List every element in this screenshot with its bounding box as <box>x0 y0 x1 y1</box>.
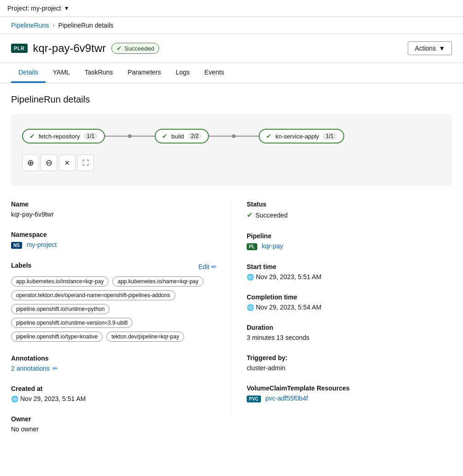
globe-icon: 🌐 <box>11 396 18 402</box>
duration-value: 3 minutes 13 seconds <box>247 334 452 341</box>
ns-badge: NS <box>11 242 22 249</box>
pipeline-link[interactable]: kqr-pay <box>262 242 284 250</box>
labels-edit-link[interactable]: Edit ✏ <box>198 263 217 270</box>
reset-zoom-button[interactable]: ✕ <box>59 155 75 171</box>
reset-zoom-icon: ✕ <box>64 159 70 166</box>
breadcrumb-parent-link[interactable]: PipelineRuns <box>11 22 49 29</box>
breadcrumb-separator: › <box>53 22 55 29</box>
label-chip: tekton.dev/pipeline=kqr-pay <box>106 332 184 342</box>
created-at-section: Created at 🌐 Nov 29, 2023, 5:51 AM <box>11 385 217 402</box>
actions-label: Actions <box>415 45 436 52</box>
page-header: PLR kqr-pay-6v9twr ✔ Succeeded Actions ▼ <box>0 34 463 63</box>
tab-events[interactable]: Events <box>197 63 232 83</box>
duration-section: Duration 3 minutes 13 seconds <box>247 324 452 341</box>
pipeline-nodes: ✔ fetch-repository 1/1 ✔ build 2/2 <box>22 129 441 143</box>
created-at-value: 🌐 Nov 29, 2023, 5:51 AM <box>11 395 217 402</box>
node-count: 1/1 <box>323 132 337 140</box>
project-name: my-project <box>31 5 61 12</box>
owner-value: No owner <box>11 425 217 433</box>
label-chip: pipeline.openshift.io/runtime-version=3.… <box>11 318 133 328</box>
volume-claim-label: VolumeClaimTemplate Resources <box>247 384 452 392</box>
details-right: Status ✔ Succeeded Pipeline PL kqr-pay S… <box>232 201 452 415</box>
pvc-badge: PVC <box>247 396 261 402</box>
volume-claim-value: PVC pvc-adf55f0b4f <box>247 395 452 402</box>
section-title: PipelineRun details <box>11 94 452 105</box>
annotations-link-text: 2 annotations <box>11 365 50 372</box>
completion-time-label: Completion time <box>247 293 452 301</box>
tab-details[interactable]: Details <box>11 63 46 83</box>
pl-badge: PL <box>247 243 257 250</box>
annotations-value: 2 annotations ✏ <box>11 365 217 372</box>
main-content: PipelineRun details ✔ fetch-repository 1… <box>0 83 463 457</box>
details-left: Name kqr-pay-6v9twr Namespace NS my-proj… <box>11 201 232 446</box>
start-time-label: Start time <box>247 263 452 270</box>
tabs-nav: Details YAML TaskRuns Parameters Logs Ev… <box>0 63 463 83</box>
tab-logs[interactable]: Logs <box>168 63 197 83</box>
node-count: 1/1 <box>84 132 98 140</box>
namespace-link[interactable]: my-project <box>27 241 57 248</box>
name-value: kqr-pay-6v9twr <box>11 211 217 218</box>
labels-label: Labels <box>11 262 31 269</box>
label-chip: app.kubernetes.io/name=kqr-pay <box>112 276 203 287</box>
created-at-label: Created at <box>11 385 217 392</box>
node-name: kn-service-apply <box>275 133 319 140</box>
annotations-link[interactable]: 2 annotations ✏ <box>11 365 217 372</box>
globe-icon: 🌐 <box>247 304 254 311</box>
details-grid: Name kqr-pay-6v9twr Namespace NS my-proj… <box>11 201 452 446</box>
pipeline-label: Pipeline <box>247 232 452 240</box>
triggered-by-value: cluster-admin <box>247 364 452 372</box>
top-bar: Project: my-project ▼ <box>0 0 463 17</box>
tab-yaml[interactable]: YAML <box>46 63 77 83</box>
node-check-icon: ✔ <box>29 132 35 140</box>
name-section: Name kqr-pay-6v9twr <box>11 201 217 218</box>
status-label: Succeeded <box>124 45 154 52</box>
edit-icon: ✏ <box>211 263 217 270</box>
plr-badge: PLR <box>11 44 28 53</box>
pipeline-connector-2 <box>209 134 259 138</box>
start-time-section: Start time 🌐 Nov 29, 2023, 5:51 AM <box>247 263 452 281</box>
pipeline-node-build[interactable]: ✔ build 2/2 <box>155 129 209 143</box>
status-label: Status <box>247 201 452 208</box>
volume-claim-link[interactable]: pvc-adf55f0b4f <box>265 395 308 402</box>
breadcrumb-current: PipelineRun details <box>58 22 114 29</box>
annotations-section: Annotations 2 annotations ✏ <box>11 355 217 372</box>
namespace-value: NS my-project <box>11 241 217 249</box>
start-time-value: 🌐 Nov 29, 2023, 5:51 AM <box>247 273 452 281</box>
completion-time-section: Completion time 🌐 Nov 29, 2023, 5:54 AM <box>247 293 452 311</box>
actions-dropdown-icon: ▼ <box>439 45 445 52</box>
pipeline-node-kn-service-apply[interactable]: ✔ kn-service-apply 1/1 <box>259 129 344 143</box>
namespace-label: Namespace <box>11 231 217 238</box>
fullscreen-icon: ⛶ <box>82 159 89 166</box>
pipeline-node-fetch-repository[interactable]: ✔ fetch-repository 1/1 <box>22 129 105 143</box>
project-label: Project: <box>7 5 29 12</box>
status-value: Succeeded <box>255 212 288 219</box>
volume-claim-section: VolumeClaimTemplate Resources PVC pvc-ad… <box>247 384 452 402</box>
zoom-in-button[interactable]: ⊕ <box>22 155 39 171</box>
label-chip: app.kubernetes.io/instance=kqr-pay <box>11 276 109 287</box>
annotations-label: Annotations <box>11 355 217 362</box>
label-chip: operator.tekton.dev/operand-name=openshi… <box>11 290 175 300</box>
zoom-out-button[interactable]: ⊖ <box>41 155 57 171</box>
fullscreen-button[interactable]: ⛶ <box>77 155 94 171</box>
completion-time-value: 🌐 Nov 29, 2023, 5:54 AM <box>247 304 452 311</box>
annotations-edit-icon: ✏ <box>52 365 58 372</box>
owner-label: Owner <box>11 415 217 423</box>
status-check-icon: ✔ <box>116 45 122 52</box>
tab-taskruns[interactable]: TaskRuns <box>77 63 120 83</box>
namespace-section: Namespace NS my-project <box>11 231 217 249</box>
node-check-icon: ✔ <box>266 132 272 140</box>
actions-button[interactable]: Actions ▼ <box>408 41 452 55</box>
owner-section: Owner No owner <box>11 415 217 433</box>
node-name: fetch-repository <box>39 133 80 140</box>
tab-parameters[interactable]: Parameters <box>120 63 168 83</box>
zoom-controls: ⊕ ⊖ ✕ ⛶ <box>22 155 441 171</box>
project-dropdown-icon[interactable]: ▼ <box>64 5 69 11</box>
zoom-out-icon: ⊖ <box>46 158 52 168</box>
triggered-by-section: Triggered by: cluster-admin <box>247 354 452 372</box>
pipeline-value: PL kqr-pay <box>247 242 452 250</box>
status-section: Status ✔ Succeeded <box>247 201 452 219</box>
labels-section: Labels Edit ✏ app.kubernetes.io/instance… <box>11 262 217 342</box>
globe-icon: 🌐 <box>247 274 254 281</box>
breadcrumb: PipelineRuns › PipelineRun details <box>0 17 463 34</box>
node-count: 2/2 <box>188 132 202 140</box>
